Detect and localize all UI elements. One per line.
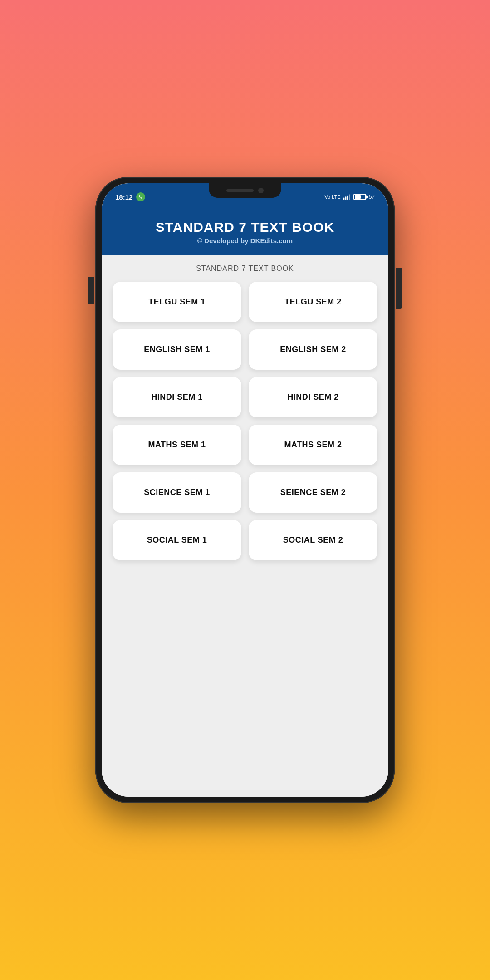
subject-btn-social-sem-2[interactable]: SOCIAL SEM 2 [249,520,377,560]
notch [209,183,281,198]
subject-btn-hindi-sem-2[interactable]: HINDI SEM 2 [249,377,377,417]
page-label: STANDARD 7 TEXT BOOK [113,265,377,273]
battery-icon [353,194,366,200]
network-label: Vo LTE [324,194,340,200]
subjects-grid: TELGU SEM 1TELGU SEM 2ENGLISH SEM 1ENGLI… [113,282,377,560]
phone-frame: 18:12 Vo LTE 57 [95,177,395,803]
subject-btn-science-sem-1[interactable]: SCIENCE SEM 1 [113,472,241,513]
svg-rect-1 [345,196,346,200]
camera [258,188,264,193]
subject-btn-telgu-sem-1[interactable]: TELGU SEM 1 [113,282,241,322]
subject-btn-social-sem-1[interactable]: SOCIAL SEM 1 [113,520,241,560]
subject-btn-maths-sem-2[interactable]: MATHS SEM 2 [249,425,377,465]
time-display: 18:12 [115,193,132,201]
call-icon [136,192,145,201]
subject-btn-telgu-sem-2[interactable]: TELGU SEM 2 [249,282,377,322]
status-bar: 18:12 Vo LTE 57 [102,183,388,211]
svg-rect-2 [347,196,348,200]
subject-btn-english-sem-2[interactable]: ENGLISH SEM 2 [249,329,377,370]
subject-btn-hindi-sem-1[interactable]: HINDI SEM 1 [113,377,241,417]
battery-level: 57 [369,194,375,200]
svg-rect-3 [349,194,350,200]
svg-rect-0 [343,198,344,200]
app-header: STANDARD 7 TEXT BOOK © Developed by DKEd… [102,211,388,255]
subject-btn-maths-sem-1[interactable]: MATHS SEM 1 [113,425,241,465]
phone-screen: 18:12 Vo LTE 57 [102,183,388,797]
speaker [226,189,254,192]
content-area: STANDARD 7 TEXT BOOK TELGU SEM 1TELGU SE… [102,255,388,797]
signal-icon [343,194,351,200]
app-subtitle: © Developed by DKEdits.com [113,237,377,245]
subject-btn-english-sem-1[interactable]: ENGLISH SEM 1 [113,329,241,370]
app-title: STANDARD 7 TEXT BOOK [113,220,377,235]
status-left: 18:12 [115,192,145,201]
status-right: Vo LTE 57 [324,194,375,200]
subject-btn-seience-sem-2[interactable]: SEIENCE SEM 2 [249,472,377,513]
